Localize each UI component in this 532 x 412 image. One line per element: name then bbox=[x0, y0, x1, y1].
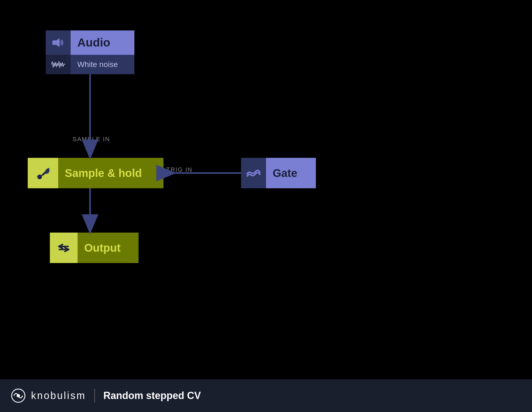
svg-rect-0 bbox=[52, 40, 56, 45]
audio-node[interactable]: Audio White noise bbox=[46, 30, 134, 74]
footer: knobulism Random stepped CV bbox=[0, 379, 532, 412]
footer-app-name: knobulism bbox=[31, 390, 86, 401]
sample-hold-node[interactable]: Sample & hold bbox=[28, 158, 163, 188]
output-node-label: Output bbox=[78, 233, 139, 263]
sample-in-label: SAMPLE IN bbox=[73, 136, 110, 143]
gate-node[interactable]: Gate bbox=[241, 158, 316, 188]
trig-in-label: TRIG IN bbox=[166, 166, 193, 173]
output-node[interactable]: Output bbox=[50, 233, 139, 263]
svg-marker-1 bbox=[56, 38, 60, 47]
audio-node-label: Audio bbox=[71, 30, 134, 55]
footer-divider bbox=[94, 389, 95, 403]
speaker-icon bbox=[46, 30, 71, 55]
waveform-icon bbox=[46, 55, 71, 74]
svg-point-9 bbox=[17, 394, 20, 397]
gate-node-label: Gate bbox=[266, 158, 316, 188]
audio-node-subtitle: White noise bbox=[71, 55, 134, 74]
canvas: Audio White noise Sample & hold bbox=[0, 0, 532, 379]
sample-hold-node-label: Sample & hold bbox=[58, 158, 163, 188]
wrench-icon bbox=[28, 158, 58, 188]
gate-wave-icon bbox=[241, 158, 266, 188]
knobulism-logo bbox=[11, 388, 25, 403]
footer-title: Random stepped CV bbox=[103, 390, 201, 401]
arrows-icon bbox=[50, 233, 78, 263]
